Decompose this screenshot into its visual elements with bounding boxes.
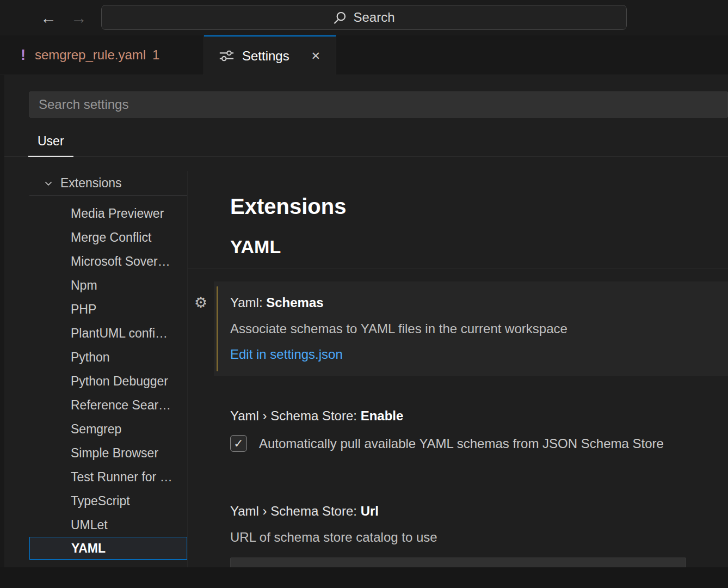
edit-in-settings-json-link[interactable]: Edit in settings.json (230, 347, 343, 362)
setting-title-name: Schemas (266, 295, 323, 310)
toc-item-npm[interactable]: Npm (29, 273, 187, 297)
editor-area: User Extensions Media Previewer Merge Co… (0, 75, 728, 588)
toc-item-typescript[interactable]: TypeScript (29, 489, 187, 513)
settings-sliders-icon (219, 48, 234, 63)
tab-badge: 1 (152, 47, 159, 63)
tab-semgrep-rule-yaml[interactable]: ! semgrep_rule.yaml 1 (0, 35, 204, 75)
toc-item-plantuml[interactable]: PlantUML confi… (29, 321, 187, 345)
toc-item-semgrep[interactable]: Semgrep (29, 417, 187, 441)
toc-item-microsoft-sovereign[interactable]: Microsoft Sover… (29, 249, 187, 273)
tab-label: semgrep_rule.yaml (35, 47, 146, 63)
history-nav: ← → (0, 10, 87, 26)
setting-description: URL of schema store catalog to use (230, 529, 715, 546)
checkbox-row: ✓ Automatically pull available YAML sche… (230, 435, 715, 452)
settings-heading: Extensions (230, 194, 728, 219)
setting-title-prefix: Yaml › Schema Store: (230, 504, 361, 518)
titlebar: ← → Search (0, 0, 728, 35)
setting-title: Yaml › Schema Store: Enable (230, 408, 715, 424)
search-icon (333, 11, 347, 24)
scope-tab-label: User (38, 134, 64, 148)
setting-title-prefix: Yaml: (230, 295, 266, 310)
setting-description: Associate schemas to YAML files in the c… (230, 321, 715, 337)
search-placeholder-text: Search (353, 10, 394, 25)
settings-toc: Extensions Media Previewer Merge Conflic… (4, 171, 188, 588)
settings-search-input[interactable] (29, 91, 728, 118)
toc-item-simple-browser[interactable]: Simple Browser (29, 441, 187, 465)
tab-bar: ! semgrep_rule.yaml 1 Settings ✕ (0, 35, 728, 75)
gear-icon[interactable]: ⚙ (194, 296, 207, 310)
setting-title-name: Enable (361, 408, 404, 423)
forward-button[interactable]: → (71, 10, 87, 26)
toc-item-python[interactable]: Python (29, 345, 187, 369)
setting-title-name: Url (361, 504, 379, 518)
setting-title-prefix: Yaml › Schema Store: (230, 408, 361, 423)
toc-item-python-debugger[interactable]: Python Debugger (29, 369, 187, 393)
toc-item-php[interactable]: PHP (29, 297, 187, 321)
toc-section-extensions[interactable]: Extensions (29, 171, 187, 196)
tab-label: Settings (242, 48, 289, 64)
toc-item-merge-conflict[interactable]: Merge Conflict (29, 225, 187, 249)
settings-body: Extensions Media Previewer Merge Conflic… (4, 171, 728, 588)
toc-item-reference-search[interactable]: Reference Sear… (29, 393, 187, 417)
close-tab-icon[interactable]: ✕ (309, 48, 323, 64)
tab-settings[interactable]: Settings ✕ (204, 35, 336, 75)
command-center-search[interactable]: Search (101, 5, 627, 30)
bottom-panel-strip (0, 567, 728, 588)
settings-scope-row: User (4, 125, 728, 157)
back-button[interactable]: ← (40, 10, 57, 26)
setting-schema-store-enable: Yaml › Schema Store: Enable ✓ Automatica… (214, 395, 728, 466)
setting-title: Yaml › Schema Store: Url (230, 503, 715, 519)
toc-item-umlet[interactable]: UMLet (29, 513, 187, 537)
toc-item-media-previewer[interactable]: Media Previewer (29, 201, 187, 225)
modified-indicator (217, 286, 218, 371)
settings-subheading: YAML (230, 236, 728, 257)
checkbox-label: Automatically pull available YAML schema… (259, 436, 664, 452)
tab-user-scope[interactable]: User (28, 125, 73, 157)
toc-section-label: Extensions (60, 176, 122, 191)
setting-title: Yaml: Schemas (230, 295, 715, 311)
exclamation-icon: ! (21, 47, 26, 64)
schema-store-enable-checkbox[interactable]: ✓ (230, 435, 247, 452)
settings-list: ⚙ Yaml: Schemas Associate schemas to YAM… (188, 268, 728, 588)
toc-items: Media Previewer Merge Conflict Microsoft… (4, 196, 187, 560)
settings-content: Extensions YAML ⚙ Yaml: Schemas Associat… (188, 171, 728, 588)
settings-editor: User Extensions Media Previewer Merge Co… (4, 75, 728, 588)
setting-yaml-schemas: ⚙ Yaml: Schemas Associate schemas to YAM… (214, 281, 728, 376)
toc-item-yaml[interactable]: YAML (29, 537, 187, 560)
chevron-down-icon (44, 179, 53, 188)
toc-item-test-runner[interactable]: Test Runner for … (29, 465, 187, 489)
editor-left-strip (0, 75, 4, 588)
